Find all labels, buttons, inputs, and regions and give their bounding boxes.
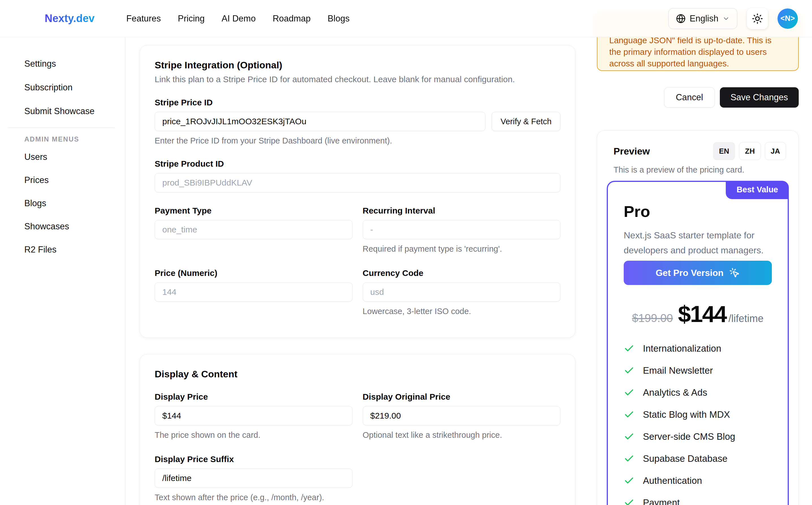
sidebar-item-r2-files[interactable]: R2 Files: [0, 238, 125, 261]
check-icon: [624, 431, 634, 442]
currency-code-label: Currency Code: [363, 268, 561, 278]
avatar[interactable]: <N>: [778, 8, 798, 29]
feature-item: Server-side CMS Blog: [624, 431, 772, 442]
stripe-card-title: Stripe Integration (Optional): [155, 59, 560, 70]
display-content-card: Display & Content Display Price The pric…: [140, 354, 575, 505]
stripe-price-id-helper: Enter the Price ID from your Stripe Dash…: [155, 136, 560, 146]
best-value-badge: Best Value: [726, 181, 789, 199]
verify-fetch-button[interactable]: Verify & Fetch: [492, 112, 560, 131]
display-price-helper: The price shown on the card.: [155, 431, 353, 440]
mouse-pointer-click-icon: [729, 268, 740, 278]
nav-features[interactable]: Features: [126, 14, 161, 24]
feature-item: Email Newsletter: [624, 365, 772, 376]
original-price: $199.00: [632, 312, 673, 325]
display-price-suffix-helper: Text shown after the price (e.g., /month…: [155, 493, 353, 502]
payment-type-label: Payment Type: [155, 206, 353, 215]
check-icon: [624, 387, 634, 398]
plan-description: Next.js SaaS starter template for develo…: [624, 228, 772, 258]
feature-item: Authentication: [624, 475, 772, 486]
check-icon: [624, 343, 634, 354]
display-original-price-input[interactable]: [363, 406, 561, 426]
sidebar-item-settings[interactable]: Settings: [0, 52, 125, 76]
stripe-product-id-label: Stripe Product ID: [155, 159, 560, 169]
sidebar-item-subscription[interactable]: Subscription: [0, 76, 125, 100]
display-original-price-helper: Optional text like a strikethrough price…: [363, 431, 561, 440]
sidebar-section-label: ADMIN MENUS: [0, 130, 125, 146]
logo[interactable]: Nexty.dev: [45, 12, 95, 25]
stripe-integration-card: Stripe Integration (Optional) Link this …: [140, 45, 575, 338]
display-original-price-label: Display Original Price: [363, 392, 561, 401]
currency-code-input[interactable]: [363, 283, 561, 302]
feature-item: Internationalization: [624, 343, 772, 354]
language-selector[interactable]: English: [668, 8, 737, 29]
recurring-interval-label: Recurring Interval: [363, 206, 561, 215]
feature-item: Static Blog with MDX: [624, 409, 772, 420]
get-pro-version-button[interactable]: Get Pro Version: [624, 261, 772, 285]
sidebar: Settings Subscription Submit Showcase AD…: [0, 37, 125, 505]
sun-icon: [752, 13, 763, 24]
display-price-suffix-input[interactable]: [155, 469, 353, 488]
save-changes-button[interactable]: Save Changes: [720, 87, 799, 108]
price-suffix: /lifetime: [728, 313, 764, 325]
language-label: English: [690, 14, 718, 24]
plan-name: Pro: [624, 202, 772, 220]
price-numeric-label: Price (Numeric): [155, 268, 353, 278]
display-card-title: Display & Content: [155, 369, 560, 380]
feature-list: Internationalization Email Newsletter An…: [624, 343, 772, 505]
preview-lang-ja[interactable]: JA: [765, 142, 786, 160]
main-nav: Features Pricing AI Demo Roadmap Blogs: [126, 14, 350, 24]
preview-panel: Preview EN ZH JA This is a preview of th…: [597, 131, 799, 505]
recurring-interval-input[interactable]: [363, 220, 561, 239]
feature-item: Payment: [624, 497, 772, 505]
form-actions: Cancel Save Changes: [597, 87, 799, 108]
sidebar-item-showcases[interactable]: Showcases: [0, 215, 125, 238]
warning-line: the primary information displayed to use…: [609, 46, 787, 58]
top-navbar: Nexty.dev Features Pricing AI Demo Roadm…: [0, 0, 812, 37]
sidebar-divider: [8, 128, 115, 128]
price-row: $199.00 $144 /lifetime: [624, 301, 772, 327]
feature-item: Analytics & Ads: [624, 387, 772, 398]
check-icon: [624, 497, 634, 505]
preview-lang-en[interactable]: EN: [713, 142, 735, 160]
sidebar-item-blogs[interactable]: Blogs: [0, 192, 125, 215]
price-numeric-input[interactable]: [155, 283, 353, 302]
warning-line: across all supported languages.: [609, 58, 787, 69]
pricing-card-preview: Best Value Pro Next.js SaaS starter temp…: [607, 181, 789, 505]
sidebar-item-submit-showcase[interactable]: Submit Showcase: [0, 100, 125, 123]
globe-icon: [676, 14, 686, 23]
theme-toggle-button[interactable]: [747, 8, 768, 29]
preview-language-tabs: EN ZH JA: [713, 142, 786, 160]
stripe-price-id-input[interactable]: [155, 112, 485, 131]
header-controls: English <N>: [668, 8, 798, 29]
current-price: $144: [678, 301, 726, 327]
sidebar-item-prices[interactable]: Prices: [0, 169, 125, 192]
stripe-card-subtitle: Link this plan to a Stripe Price ID for …: [155, 74, 560, 84]
stripe-product-id-input[interactable]: [155, 173, 560, 192]
nav-pricing[interactable]: Pricing: [178, 14, 205, 24]
check-icon: [624, 475, 634, 486]
check-icon: [624, 453, 634, 464]
stripe-price-id-label: Stripe Price ID: [155, 98, 560, 107]
check-icon: [624, 409, 634, 420]
nav-ai-demo[interactable]: AI Demo: [222, 14, 256, 24]
feature-item: Supabase Database: [624, 453, 772, 464]
preview-title: Preview: [613, 146, 650, 157]
payment-type-input[interactable]: [155, 220, 353, 239]
cta-label: Get Pro Version: [656, 268, 723, 278]
display-price-label: Display Price: [155, 392, 353, 401]
preview-subtitle: This is a preview of the pricing card.: [613, 165, 789, 175]
preview-lang-zh[interactable]: ZH: [739, 142, 761, 160]
currency-code-helper: Lowercase, 3-letter ISO code.: [363, 307, 561, 316]
cancel-button[interactable]: Cancel: [664, 87, 715, 108]
chevron-down-icon: [722, 15, 730, 22]
sidebar-item-users[interactable]: Users: [0, 146, 125, 169]
display-price-input[interactable]: [155, 406, 353, 426]
display-price-suffix-label: Display Price Suffix: [155, 455, 353, 464]
nav-blogs[interactable]: Blogs: [328, 14, 350, 24]
check-icon: [624, 365, 634, 376]
recurring-interval-helper: Required if payment type is 'recurring'.: [363, 244, 561, 254]
nav-roadmap[interactable]: Roadmap: [272, 14, 311, 24]
